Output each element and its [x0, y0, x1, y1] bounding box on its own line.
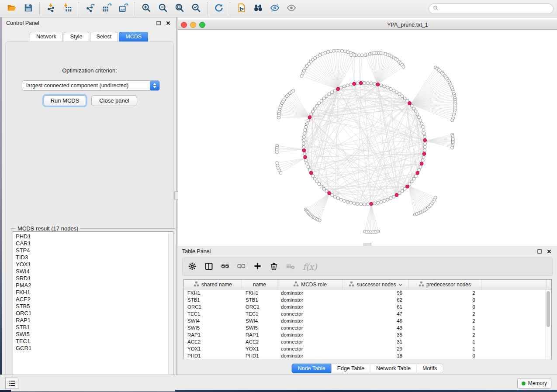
save-session-button[interactable] [20, 1, 37, 16]
network-file-button[interactable] [233, 1, 250, 16]
result-node-item[interactable]: SWI5 [16, 331, 173, 338]
delete-table-button [286, 262, 295, 272]
mcds-result-list[interactable]: PHD1CAR1STP4TID3YOX1SWI4SRD1PMA2FKH1ACE2… [13, 231, 173, 390]
status-bar: Memory [0, 375, 557, 390]
tab-style[interactable]: Style [64, 32, 89, 41]
export-network-button[interactable] [82, 1, 99, 16]
refresh-button[interactable] [211, 1, 227, 16]
table-scrollbar-thumb[interactable] [547, 291, 550, 327]
column-header-name[interactable]: name [242, 280, 277, 289]
export-image-button[interactable] [115, 1, 132, 16]
add-row-button[interactable] [253, 262, 262, 272]
binoculars-button[interactable] [250, 1, 266, 16]
hide-eye-icon [270, 3, 280, 14]
result-node-item[interactable]: ACE2 [16, 296, 173, 303]
result-node-item[interactable]: TID3 [16, 254, 173, 261]
tab-select[interactable]: Select [90, 32, 118, 41]
column-header-successor-nodes[interactable]: successor nodes [343, 280, 408, 289]
open-session-button[interactable] [3, 1, 20, 16]
result-node-item[interactable]: TEC1 [16, 338, 173, 345]
columns-button[interactable] [204, 262, 213, 272]
table-row[interactable]: STB1STB1dominator620 [184, 296, 551, 303]
result-node-item[interactable]: RAP1 [16, 317, 173, 324]
close-panel-button[interactable]: Close panel [91, 95, 137, 106]
table-row[interactable]: TEC1TEC1connector472 [184, 310, 551, 317]
float-table-panel-icon[interactable] [536, 248, 543, 254]
criterion-value: largest connected component (undirected) [22, 83, 150, 89]
result-node-item[interactable]: SRD1 [16, 275, 173, 282]
result-scrollbar[interactable] [168, 232, 173, 389]
tab-network-table[interactable]: Network Table [370, 364, 417, 373]
result-node-item[interactable]: PHD1 [16, 233, 173, 240]
close-panel-icon[interactable] [165, 20, 172, 26]
node-table[interactable]: shared namenameMCDS rolesuccessor nodesp… [183, 279, 552, 359]
select-all-button[interactable] [221, 262, 229, 272]
import-network-button[interactable] [43, 1, 59, 16]
result-node-item[interactable]: STB5 [16, 303, 173, 310]
column-header-shared-name[interactable]: shared name [184, 280, 242, 289]
criterion-dropdown[interactable]: largest connected component (undirected) [22, 80, 160, 91]
minimize-window-button[interactable] [190, 22, 196, 28]
open-session-icon [7, 3, 17, 14]
table-panel-title: Table Panel [182, 248, 211, 254]
hide-eye-button[interactable] [266, 1, 283, 16]
result-node-item[interactable]: PMA2 [16, 282, 173, 289]
result-node-item[interactable]: SWI4 [16, 268, 173, 275]
result-node-item[interactable]: YOX1 [16, 261, 173, 268]
maximize-window-button[interactable] [199, 22, 205, 28]
table-row[interactable]: ACE2ACE2connector311 [184, 338, 551, 345]
search-box[interactable] [429, 3, 554, 14]
table-row[interactable]: FKH1FKH1dominator962 [184, 289, 551, 296]
close-table-panel-icon[interactable] [546, 248, 553, 254]
close-window-button[interactable] [181, 22, 187, 28]
zoom-in-button[interactable] [138, 1, 155, 16]
result-node-item[interactable]: ORC1 [16, 310, 173, 317]
column-header-MCDS-role[interactable]: MCDS role [277, 280, 343, 289]
result-node-item[interactable]: FKH1 [16, 289, 173, 296]
tab-network[interactable]: Network [30, 32, 63, 41]
gear-button[interactable] [188, 262, 197, 272]
toolbar-separator [39, 2, 40, 15]
export-network-icon [86, 3, 95, 14]
delete-row-button[interactable] [270, 262, 278, 272]
mcds-result-group: MCDS result (17 nodes) PHD1CAR1STP4TID3Y… [11, 228, 175, 392]
result-node-item[interactable]: STB1 [16, 324, 173, 331]
automation-panel-button[interactable] [5, 378, 18, 389]
table-row[interactable]: SWI4SWI4dominator462 [184, 317, 551, 324]
network-canvas[interactable] [178, 30, 557, 246]
column-header-predecessor-nodes[interactable]: predecessor nodes [408, 280, 481, 289]
result-node-item[interactable]: STP4 [16, 247, 173, 254]
tab-motifs[interactable]: Motifs [417, 364, 443, 373]
tab-node-table[interactable]: Node Table [292, 364, 332, 373]
table-row[interactable]: ORC1ORC1dominator610 [184, 303, 551, 310]
table-scrollbar[interactable] [545, 289, 551, 359]
result-node-item[interactable]: CAR1 [16, 240, 173, 247]
table-row[interactable]: YOX1YOX1connector291 [184, 345, 551, 352]
zoom-selected-icon [191, 3, 201, 14]
result-node-item[interactable]: GCR1 [16, 345, 173, 352]
tab-mcds[interactable]: MCDS [119, 32, 148, 41]
run-mcds-button[interactable]: Run MCDS [44, 95, 86, 106]
toolbar-separator [135, 2, 135, 15]
function-builder-icon: f(x) [303, 262, 317, 272]
table-row[interactable]: RAP1RAP1dominator352 [184, 331, 551, 338]
network-titlebar[interactable]: YPA_prune.txt_1 [178, 20, 557, 30]
sort-desc-icon [398, 282, 402, 288]
export-table-button[interactable] [99, 1, 115, 16]
import-table-button[interactable] [59, 1, 76, 16]
search-input[interactable] [441, 5, 549, 12]
attribute-icon [194, 281, 199, 288]
zoom-selected-button[interactable] [188, 1, 204, 16]
tab-edge-table[interactable]: Edge Table [332, 364, 370, 373]
table-toolbar: f(x) [182, 258, 553, 276]
zoom-fit-button[interactable] [171, 1, 188, 16]
table-row[interactable]: PHD1PHD1dominator180 [184, 352, 551, 359]
zoom-out-button[interactable] [155, 1, 171, 16]
delete-row-icon [270, 262, 278, 272]
show-eye-button[interactable] [283, 1, 300, 16]
float-panel-icon[interactable] [155, 20, 162, 26]
table-row[interactable]: SWI5SWI5connector431 [184, 324, 551, 331]
memory-button[interactable]: Memory [517, 378, 551, 389]
refresh-icon [214, 3, 224, 14]
deselect-all-button[interactable] [237, 262, 246, 272]
